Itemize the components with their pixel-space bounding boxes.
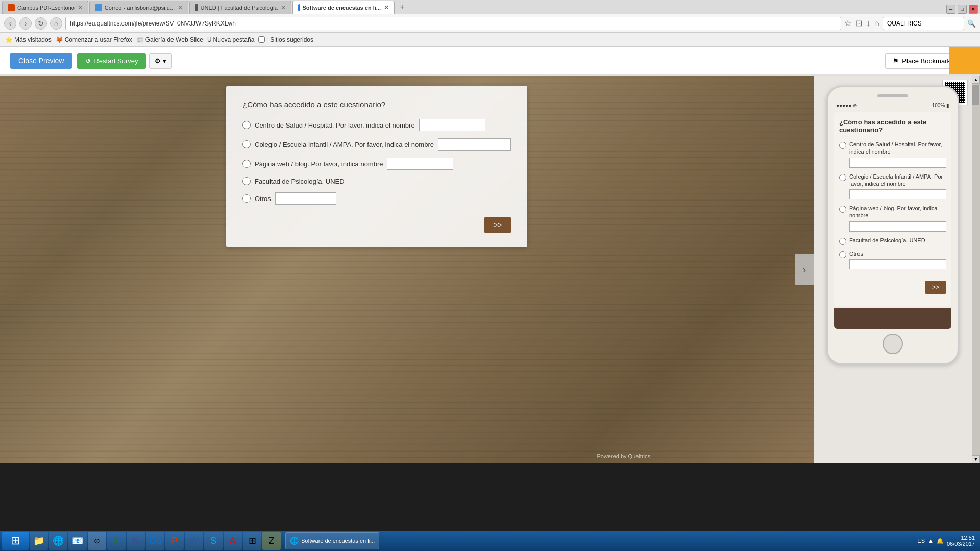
home-button[interactable]: ⌂ [50,17,62,30]
survey-radio-1[interactable] [242,121,251,129]
back-button[interactable]: ‹ [4,17,16,30]
taskbar-right: ES ▲ 🔔 12:51 06/03/2017 [917,535,978,547]
survey-radio-2[interactable] [242,140,251,148]
survey-option-2: Colegio / Escuela Infantil / AMPA. Por f… [242,138,511,151]
survey-option-4: Facultad de Psicología. UNED [242,177,511,185]
bookmark-mas-visitados[interactable]: ⭐ Más visitados [5,36,52,43]
search-icon[interactable]: 🔍 [967,19,976,28]
taskbar-app-icon: 🌐 [290,537,299,545]
home-nav-icon[interactable]: ⌂ [874,19,879,28]
taskbar-icon-browser[interactable]: 🌐 [49,532,67,550]
tab-close-4[interactable]: ✕ [384,4,389,11]
survey-text-input-2[interactable] [438,138,511,151]
taskbar-icon-skype[interactable]: S [204,532,223,550]
close-button[interactable]: ✕ [969,5,978,14]
phone-radio-4[interactable] [839,238,846,245]
settings-button[interactable]: ⚙ ▾ [149,53,172,69]
survey-radio-3[interactable] [242,160,251,168]
survey-option-label-5: Otros [255,195,271,203]
bookmark-checkbox[interactable] [258,36,265,43]
start-button[interactable]: ⊞ [2,532,29,550]
phone-text-5[interactable] [849,259,946,269]
tab-qualtrics[interactable]: Software de encuestas en li... ✕ [292,1,395,14]
scroll-down-arrow[interactable]: ▼ [972,455,980,463]
taskbar-icon-mail[interactable]: 📧 [68,532,87,550]
forward-button[interactable]: › [19,17,32,30]
phone-radio-2[interactable] [839,174,846,181]
bookmark-webslice[interactable]: 📰 Galería de Web Slice [136,36,203,43]
phone-text-2[interactable] [849,189,946,199]
bookmark-label-4: Nueva pestaña [213,36,255,43]
url-bar[interactable] [65,17,841,30]
scroll-thumb[interactable] [972,85,979,105]
close-preview-label: Close Preview [18,57,64,65]
phone-text-3[interactable] [849,221,946,232]
survey-text-input-5[interactable] [275,192,336,205]
survey-next-button[interactable]: >> [484,217,511,233]
taskbar-app-qualtrics[interactable]: 🌐 Software de encuestas en li... [285,532,379,549]
right-arrow-button[interactable]: › [795,254,814,285]
taskbar-icon-grid[interactable]: ⊞ [243,532,261,550]
address-bar: ‹ › ↻ ⌂ ☆ ⊡ ↓ ⌂ 🔍 [0,14,980,33]
minimize-button[interactable]: ─ [946,5,955,14]
maximize-button[interactable]: □ [958,5,967,14]
tab-uned[interactable]: UNED | Facultad de Psicología ✕ [189,1,291,14]
close-preview-button[interactable]: Close Preview [10,53,72,69]
taskbar-icon-word[interactable]: W [185,532,203,550]
taskbar-notification-icon[interactable]: 🔔 [937,538,944,544]
phone-option-group-3: Página web / blog. Por favor, indica nom… [849,205,946,232]
download-icon[interactable]: ↓ [866,19,870,28]
taskbar-icon-ppt[interactable]: P [165,532,184,550]
taskbar-icon-excel[interactable]: X [107,532,126,550]
bookmark-label-3: Galería de Web Slice [145,36,203,43]
taskbar: ⊞ 📁 🌐 📧 ⊙ X N Oa P W S A ⊞ Z 🌐 Software … [0,531,980,551]
restart-survey-button[interactable]: ↺ Restart Survey [77,53,146,69]
tab-close-3[interactable]: ✕ [281,4,286,11]
powered-by: Powered by Qualtrics [597,453,650,459]
phone-option-label-3: Página web / blog. Por favor, indica nom… [849,205,946,219]
search-bar[interactable] [883,17,964,30]
survey-radio-5[interactable] [242,194,251,203]
bookmark-newTab[interactable]: U Nueva pestaña [207,36,254,43]
phone-option-2: Colegio / Escuela Infantil / AMPA. Por f… [839,173,946,200]
scrollbar: ▲ ▼ [972,76,980,463]
tab-close-1[interactable]: ✕ [78,4,83,11]
refresh-button[interactable]: ↻ [35,17,47,30]
taskbar-icon-z[interactable]: Z [262,532,281,550]
phone-next-button[interactable]: >> [925,281,946,294]
addr-icons: ☆ ⊡ ↓ ⌂ [844,18,879,28]
taskbar-icon-acrobat[interactable]: A [224,532,242,550]
tab-close-2[interactable]: ✕ [178,4,183,11]
chevron-down-icon: ▾ [163,57,166,65]
phone-radio-3[interactable] [839,206,846,213]
survey-option-3: Página web / blog. Por favor, indica nom… [242,158,511,170]
bookmark-sitios[interactable]: Sitios sugeridos [270,36,313,43]
phone-option-label-1: Centro de Salud / Hospital. Por favor, i… [849,141,946,156]
phone-text-1[interactable] [849,158,946,168]
taskbar-icon-chrome[interactable]: ⊙ [88,532,106,550]
phone-radio-5[interactable] [839,251,846,258]
new-tab-button[interactable]: + [396,1,409,14]
survey-text-input-1[interactable] [419,119,485,131]
phone-option-label-5: Otros [849,250,946,257]
survey-text-input-3[interactable] [387,158,453,170]
phone-home-button[interactable] [883,334,903,354]
restart-icon: ↺ [85,57,91,65]
tab-campus[interactable]: Campus PDI-Escritorio ✕ [2,1,88,14]
tab-correo[interactable]: Correo - amlisbona@psi.u... ✕ [89,1,188,14]
star-icon[interactable]: ☆ [844,18,851,28]
taskbar-icon-onenote[interactable]: N [127,532,145,550]
tab-favicon-4 [298,4,300,11]
place-bookmark-label: Place Bookmark [902,57,950,65]
survey-option-1: Centro de Salud / Hospital. Por favor, i… [242,119,511,131]
bookmark-firefox[interactable]: 🦊 Comenzar a usar Firefox [56,36,132,43]
taskbar-icon-outlook[interactable]: Oa [146,532,164,550]
taskbar-icon-folder[interactable]: 📁 [30,532,48,550]
bookmark-icon[interactable]: ⊡ [855,18,862,28]
phone-option-group-2: Colegio / Escuela Infantil / AMPA. Por f… [849,173,946,200]
scroll-up-arrow[interactable]: ▲ [972,76,980,84]
taskbar-up-icon[interactable]: ▲ [928,538,934,544]
phone-radio-1[interactable] [839,142,846,149]
survey-radio-4[interactable] [242,177,251,185]
place-bookmark-button[interactable]: ⚑ Place Bookmark [885,53,958,69]
